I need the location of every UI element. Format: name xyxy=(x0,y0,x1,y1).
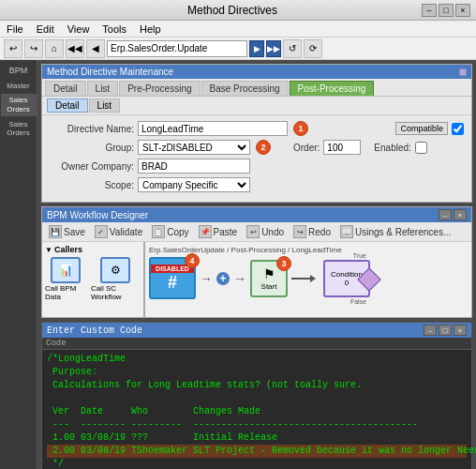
bpm-content: ▼ Callers 📊 Call BPM Data ⚙ Call SC Work… xyxy=(42,242,471,317)
close-button[interactable]: × xyxy=(455,4,470,17)
call-sc-workflow-icon: ⚙ xyxy=(100,257,130,283)
menu-help[interactable]: Help xyxy=(137,23,164,35)
subtab-detail[interactable]: Detail xyxy=(47,98,88,113)
sidebar-item-salesorders1[interactable]: Sales Orders xyxy=(1,94,37,115)
bpm-redo-label: Redo xyxy=(308,227,331,237)
toolbar-fwd2-btn[interactable]: ⟳ xyxy=(304,39,322,58)
start-label: Start xyxy=(261,282,277,291)
sidebar-item-salesorders2[interactable]: Sales Orders xyxy=(1,118,37,140)
bpm-minimize-btn[interactable]: – xyxy=(439,209,452,220)
enabled-label: Enabled: xyxy=(374,143,410,153)
sub-tabs-row: Detail List xyxy=(42,97,471,115)
bpm-usings-btn[interactable]: 📖 Usings & References... xyxy=(337,224,454,239)
tab-list[interactable]: List xyxy=(87,81,119,96)
toolbar-back-btn[interactable]: ↩ xyxy=(4,39,22,58)
group-label: Group: xyxy=(50,143,134,153)
tab-detail[interactable]: Detail xyxy=(45,81,86,96)
bpm-close-btn[interactable]: × xyxy=(454,209,467,220)
toolbar-refresh-btn[interactable]: ↺ xyxy=(283,39,302,58)
bpm-copy-btn[interactable]: 📋 Copy xyxy=(149,224,191,239)
validate-icon: ✓ xyxy=(95,225,108,238)
minimize-button[interactable]: – xyxy=(422,4,437,17)
subtab-list[interactable]: List xyxy=(89,98,121,113)
bpm-validate-label: Validate xyxy=(110,227,142,237)
mdm-title: Method Directive Maintenance xyxy=(47,67,173,77)
bpm-redo-btn[interactable]: ↪ Redo xyxy=(290,224,334,239)
sidebar: BPM Master Sales Orders Sales Orders xyxy=(0,60,37,469)
bpm-validate-btn[interactable]: ✓ Validate xyxy=(92,224,145,239)
scope-select[interactable]: Company Specific xyxy=(138,177,250,192)
wf-node-start[interactable]: ⚑ Start 3 xyxy=(250,260,288,297)
toolbar-first-btn[interactable]: ◀◀ xyxy=(66,39,84,58)
sidebar-item-master[interactable]: Master xyxy=(1,80,37,93)
caller-sc-workflow[interactable]: ⚙ Call SC Workflow xyxy=(91,257,141,301)
caller-bpm-label: Call BPM Data xyxy=(45,284,87,301)
bpm-paste-btn[interactable]: 📌 Paste xyxy=(196,224,241,239)
workflow-canvas: Erp.SalesOrderUpdate / Post-Processing /… xyxy=(145,242,471,317)
arrow-2: → xyxy=(233,271,246,286)
tab-postprocessing[interactable]: Post-Processing xyxy=(290,81,375,96)
mdm-pin-btn[interactable] xyxy=(459,68,467,76)
mdm-tabs-row: Detail List Pre-Processing Base Processi… xyxy=(42,79,471,97)
menu-edit[interactable]: Edit xyxy=(34,23,57,35)
bpm-undo-label: Undo xyxy=(261,227,284,237)
toolbar-forward-btn[interactable]: ↪ xyxy=(24,39,43,58)
bpm-save-label: Save xyxy=(64,227,85,237)
bpm-header: BPM Workflow Designer – × xyxy=(42,207,471,222)
toolbar-home-btn[interactable]: ⌂ xyxy=(45,39,64,58)
window-title: Method Directives xyxy=(43,4,422,17)
callers-section: ▼ Callers 📊 Call BPM Data ⚙ Call SC Work… xyxy=(42,242,145,317)
sidebar-item-bpm[interactable]: BPM xyxy=(1,64,37,78)
compatible-checkbox[interactable] xyxy=(452,123,464,135)
order-input[interactable]: 100 xyxy=(323,140,361,155)
ecc-minimize-btn[interactable]: – xyxy=(424,325,437,336)
toolbar-run-btn[interactable]: ▶ xyxy=(249,40,264,57)
arrow-1: → xyxy=(200,271,213,286)
bpm-save-btn[interactable]: 💾 Save xyxy=(46,224,88,239)
bpm-copy-label: Copy xyxy=(167,227,188,237)
caller-bpm-data[interactable]: 📊 Call BPM Data xyxy=(45,257,87,301)
main-container: BPM Master Sales Orders Sales Orders Met… xyxy=(0,60,476,469)
owner-company-label: Owner Company: xyxy=(50,161,134,172)
start-flag-icon: ⚑ xyxy=(263,266,275,281)
wf-node-disabled[interactable]: DISABLED # 4 xyxy=(149,257,196,299)
copy-icon: 📋 xyxy=(152,225,165,238)
enabled-checkbox[interactable] xyxy=(415,142,427,154)
directive-name-row: Directive Name: LongLeadTime 1 Compatibl… xyxy=(50,121,464,136)
toolbar-prev-btn[interactable]: ◀ xyxy=(86,39,105,58)
mdm-header: Method Directive Maintenance xyxy=(42,65,471,79)
toolbar-next-btn[interactable]: ▶▶ xyxy=(266,40,281,57)
save-icon: 💾 xyxy=(49,225,62,238)
bpm-usings-label: Usings & References... xyxy=(355,227,451,237)
ecc-close-btn[interactable]: × xyxy=(454,325,467,336)
menu-file[interactable]: File xyxy=(4,23,26,35)
group-select[interactable]: SLT-zDISABLED xyxy=(138,140,250,155)
erp-path-input[interactable]: Erp.SalesOrder.Update xyxy=(107,40,247,57)
maximize-button[interactable]: □ xyxy=(439,4,454,17)
ecc-maximize-btn[interactable]: □ xyxy=(439,325,452,336)
code-area[interactable]: /*LongLeadTime Purpose: Calculations for… xyxy=(42,350,471,469)
false-label: False xyxy=(350,298,366,305)
owner-company-input[interactable]: BRAD xyxy=(138,159,250,174)
bpm-title: BPM Workflow Designer xyxy=(47,210,148,220)
menu-tools[interactable]: Tools xyxy=(99,23,129,35)
tab-preprocessing[interactable]: Pre-Processing xyxy=(119,81,200,96)
mdm-form: Directive Name: LongLeadTime 1 Compatibl… xyxy=(42,115,471,202)
bpm-undo-btn[interactable]: ↩ Undo xyxy=(244,224,287,239)
menu-bar: File Edit View Tools Help xyxy=(0,21,476,38)
badge-2: 2 xyxy=(256,140,271,155)
compatible-button[interactable]: Compatible xyxy=(395,122,448,135)
group-row: Group: SLT-zDISABLED 2 Order: 100 Enable… xyxy=(50,140,464,155)
menu-view[interactable]: View xyxy=(65,23,93,35)
directive-name-input[interactable]: LongLeadTime xyxy=(138,121,288,136)
badge-1: 1 xyxy=(293,121,308,136)
mdm-panel: Method Directive Maintenance Detail List… xyxy=(41,64,472,203)
caller-items: 📊 Call BPM Data ⚙ Call SC Workflow xyxy=(45,257,141,301)
redo-icon: ↪ xyxy=(293,225,306,238)
callers-label: ▼ Callers xyxy=(45,245,141,254)
tab-baseprocessing[interactable]: Base Processing xyxy=(201,81,289,96)
wf-node-condition[interactable]: Condition 0 True False xyxy=(323,260,370,297)
add-node-btn[interactable]: + xyxy=(216,272,230,285)
badge-4: 4 xyxy=(185,253,200,268)
ecc-title: Enter Custom Code xyxy=(47,325,142,336)
